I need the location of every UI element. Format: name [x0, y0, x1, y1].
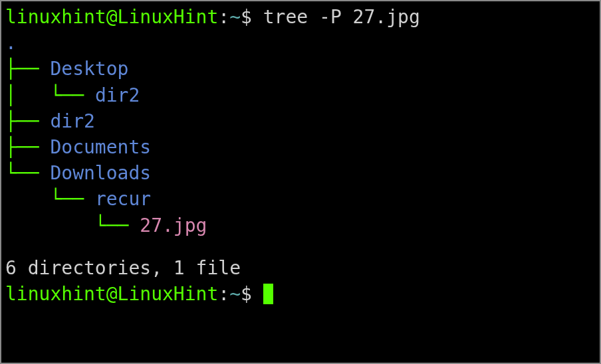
- dir-name: Desktop: [50, 58, 128, 80]
- tree-branch-icon: ├──: [5, 58, 50, 80]
- prompt-path: ~: [229, 283, 241, 305]
- prompt-line-1[interactable]: linuxhint@LinuxHint:~$ tree -P 27.jpg: [5, 4, 596, 30]
- tree-row: └── Downloads: [5, 160, 596, 186]
- tree-row: ├── Desktop: [5, 56, 596, 82]
- tree-branch-icon: └──: [50, 84, 94, 106]
- tree-branch-icon: └──: [5, 162, 50, 184]
- tree-pad: [5, 188, 50, 210]
- dir-name: recur: [95, 188, 151, 210]
- tree-branch-icon: └──: [95, 215, 140, 236]
- prompt-sep1: :: [218, 6, 229, 28]
- command-text: tree -P 27.jpg: [263, 6, 420, 28]
- prompt-line-2[interactable]: linuxhint@LinuxHint:~$: [5, 281, 596, 307]
- dir-name: dir2: [50, 110, 94, 132]
- cursor-icon: [263, 284, 273, 304]
- user-host: linuxhint@LinuxHint: [5, 283, 218, 305]
- dir-name: Downloads: [50, 162, 151, 184]
- tree-branch-icon: ├──: [5, 110, 50, 132]
- summary-line: 6 directories, 1 file: [5, 255, 596, 281]
- tree-row: │ └── dir2: [5, 82, 596, 108]
- dir-name: Documents: [50, 136, 151, 158]
- prompt-path: ~: [229, 6, 241, 28]
- tree-pipe-icon: │: [5, 84, 50, 106]
- tree-branch-icon: └──: [50, 188, 94, 210]
- prompt-sep1: :: [218, 283, 229, 305]
- user-host: linuxhint@LinuxHint: [5, 6, 218, 28]
- file-name: 27.jpg: [140, 215, 207, 236]
- tree-pad: [5, 215, 95, 236]
- tree-branch-icon: ├──: [5, 136, 50, 158]
- prompt-sep2: $: [241, 283, 263, 305]
- dir-name: dir2: [95, 84, 140, 106]
- tree-row: └── 27.jpg: [5, 213, 596, 238]
- prompt-sep2: $: [241, 6, 263, 28]
- tree-row: └── recur: [5, 186, 596, 212]
- tree-root: .: [5, 30, 596, 56]
- tree-row: ├── Documents: [5, 134, 596, 160]
- tree-row: ├── dir2: [5, 108, 596, 134]
- blank-line: [5, 238, 596, 255]
